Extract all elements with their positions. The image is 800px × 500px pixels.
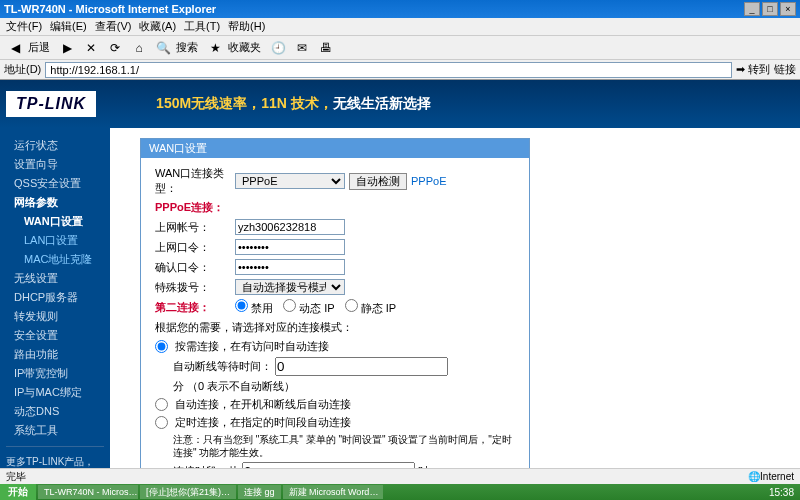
- conn-type-select[interactable]: PPPoE: [235, 173, 345, 189]
- go-button[interactable]: ➡ 转到: [736, 62, 770, 77]
- idle-unit: 分 （0 表示不自动断线）: [173, 379, 295, 394]
- conn-type-label: WAN口连接类型：: [155, 166, 235, 196]
- wan-settings-panel: WAN口设置 WAN口连接类型： PPPoE 自动检测 PPPoE PPPoE连…: [140, 138, 530, 468]
- mode-ondemand-label: 按需连接，在有访问时自动连接: [175, 339, 329, 354]
- nav-wireless[interactable]: 无线设置: [6, 269, 104, 288]
- pppoe-section: PPPoE连接：: [155, 200, 235, 215]
- menu-fav[interactable]: 收藏(A): [139, 19, 176, 34]
- idle-label: 自动断线等待时间：: [173, 359, 272, 374]
- home-icon[interactable]: ⌂: [128, 38, 150, 58]
- pwd2-label: 确认口令：: [155, 260, 235, 275]
- auto-detect-button[interactable]: 自动检测: [349, 173, 407, 190]
- history-icon[interactable]: 🕘: [267, 38, 289, 58]
- mode-timer-label: 定时连接，在指定的时间段自动连接: [175, 415, 351, 430]
- sidebar-extra: 更多TP-LINK产品， 请点击查看 >>: [6, 455, 104, 468]
- globe-icon: 🌐: [748, 471, 760, 482]
- print-icon[interactable]: 🖶: [315, 38, 337, 58]
- nav-ddns[interactable]: 动态DNS: [6, 402, 104, 421]
- task-item[interactable]: 连接 gg: [238, 485, 281, 499]
- zone-label: Internet: [760, 471, 794, 482]
- start-button[interactable]: 开始: [0, 484, 36, 500]
- back-icon[interactable]: ◀: [4, 38, 26, 58]
- browser-menubar: 文件(F) 编辑(E) 查看(V) 收藏(A) 工具(T) 帮助(H): [0, 18, 800, 36]
- window-titlebar: TL-WR740N - Microsoft Internet Explorer …: [0, 0, 800, 18]
- browser-statusbar: 完毕 🌐 Internet: [0, 468, 800, 484]
- main-content: WAN口设置 WAN口连接类型： PPPoE 自动检测 PPPoE PPPoE连…: [110, 128, 800, 468]
- refresh-icon[interactable]: ⟳: [104, 38, 126, 58]
- mail-icon[interactable]: ✉: [291, 38, 313, 58]
- nav-routing[interactable]: 路由功能: [6, 345, 104, 364]
- dial-mode-select[interactable]: 自动选择拨号模式: [235, 279, 345, 295]
- nav-security[interactable]: 安全设置: [6, 326, 104, 345]
- nav-mac[interactable]: MAC地址克隆: [6, 250, 104, 269]
- nav-systools[interactable]: 系统工具: [6, 421, 104, 440]
- stop-icon[interactable]: ✕: [80, 38, 102, 58]
- nav-lan[interactable]: LAN口设置: [6, 231, 104, 250]
- password-confirm-input[interactable]: [235, 259, 345, 275]
- nav-wan[interactable]: WAN口设置: [6, 212, 104, 231]
- address-label: 地址(D): [4, 62, 41, 77]
- tplink-logo: TP-LINK: [6, 91, 96, 117]
- dial-label: 特殊拨号：: [155, 280, 235, 295]
- mode-intro: 根据您的需要，请选择对应的连接模式：: [155, 320, 515, 335]
- links-label[interactable]: 链接: [774, 62, 796, 77]
- nav-wizard[interactable]: 设置向导: [6, 155, 104, 174]
- browser-toolbar: ◀ 后退 ▶ ✕ ⟳ ⌂ 🔍 搜索 ★ 收藏夹 🕘 ✉ 🖶: [0, 36, 800, 60]
- address-bar: 地址(D) ➡ 转到 链接: [0, 60, 800, 80]
- pwd-label: 上网口令：: [155, 240, 235, 255]
- password-input[interactable]: [235, 239, 345, 255]
- second-disable[interactable]: 禁用: [235, 299, 273, 316]
- nav-status[interactable]: 运行状态: [6, 136, 104, 155]
- back-label[interactable]: 后退: [28, 40, 50, 55]
- second-dhcp[interactable]: 动态 IP: [283, 299, 335, 316]
- mode-ondemand-radio[interactable]: [155, 340, 168, 353]
- nav-ipmac[interactable]: IP与MAC绑定: [6, 383, 104, 402]
- second-static[interactable]: 静态 IP: [345, 299, 397, 316]
- minimize-button[interactable]: _: [744, 2, 760, 16]
- page-banner: TP-LINK 150M无线速率，11N 技术，无线生活新选择: [0, 80, 800, 128]
- timer-note: 注意：只有当您到 "系统工具" 菜单的 "时间设置" 项设置了当前时间后，"定时…: [173, 433, 515, 459]
- clock: 15:38: [769, 487, 794, 498]
- menu-help[interactable]: 帮助(H): [228, 19, 265, 34]
- address-input[interactable]: [45, 62, 732, 78]
- task-item[interactable]: 新建 Microsoft Word…: [283, 485, 383, 499]
- search-label[interactable]: 搜索: [176, 40, 198, 55]
- maximize-button[interactable]: □: [762, 2, 778, 16]
- window-title: TL-WR740N - Microsoft Internet Explorer: [4, 3, 742, 15]
- menu-view[interactable]: 查看(V): [95, 19, 132, 34]
- mode-auto-radio[interactable]: [155, 398, 168, 411]
- close-button[interactable]: ×: [780, 2, 796, 16]
- user-label: 上网帐号：: [155, 220, 235, 235]
- favorites-label[interactable]: 收藏夹: [228, 40, 261, 55]
- mode-auto-label: 自动连接，在开机和断线后自动连接: [175, 397, 351, 412]
- nav-qss[interactable]: QSS安全设置: [6, 174, 104, 193]
- pppoe-tag: PPPoE: [411, 175, 446, 187]
- search-icon[interactable]: 🔍: [152, 38, 174, 58]
- nav-forward[interactable]: 转发规则: [6, 307, 104, 326]
- second-conn-label: 第二连接：: [155, 300, 235, 315]
- idle-minutes-input[interactable]: [275, 357, 448, 376]
- forward-icon[interactable]: ▶: [56, 38, 78, 58]
- panel-title: WAN口设置: [141, 139, 529, 158]
- username-input[interactable]: [235, 219, 345, 235]
- system-tray[interactable]: 15:38: [763, 487, 800, 498]
- menu-edit[interactable]: 编辑(E): [50, 19, 87, 34]
- nav-bandwidth[interactable]: IP带宽控制: [6, 364, 104, 383]
- nav-dhcp[interactable]: DHCP服务器: [6, 288, 104, 307]
- mode-timer-radio[interactable]: [155, 416, 168, 429]
- task-item[interactable]: TL-WR740N - Micros…: [38, 485, 138, 499]
- nav-network[interactable]: 网络参数: [6, 193, 104, 212]
- windows-taskbar: 开始 TL-WR740N - Micros… [停止]想你(第21集)… 连接 …: [0, 484, 800, 500]
- status-done: 完毕: [6, 470, 26, 484]
- favorites-icon[interactable]: ★: [204, 38, 226, 58]
- nav-sidebar: 运行状态 设置向导 QSS安全设置 网络参数 WAN口设置 LAN口设置 MAC…: [0, 128, 110, 468]
- task-item[interactable]: [停止]想你(第21集)…: [140, 485, 236, 499]
- menu-tools[interactable]: 工具(T): [184, 19, 220, 34]
- menu-file[interactable]: 文件(F): [6, 19, 42, 34]
- banner-slogan: 150M无线速率，11N 技术，无线生活新选择: [156, 95, 431, 113]
